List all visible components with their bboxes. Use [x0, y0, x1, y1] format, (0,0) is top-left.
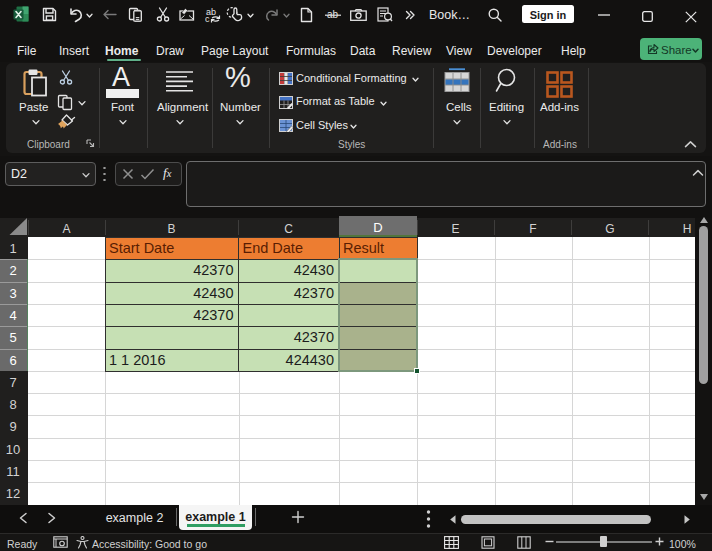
- svg-text:c: c: [205, 14, 210, 23]
- svg-text:ab: ab: [327, 9, 339, 20]
